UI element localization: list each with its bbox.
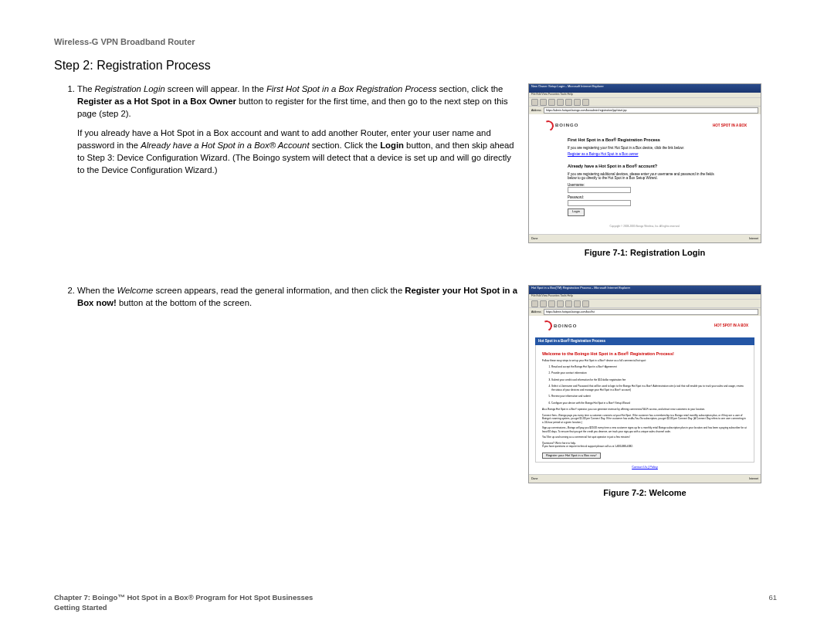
t: button at the bottom of the screen. [117, 298, 252, 307]
figure-2-caption: Figure 7-2: Welcome [528, 488, 761, 497]
figure-2-screenshot: Hot Spot in a Box(TM) Registration Proce… [528, 285, 761, 483]
list-item-2: When the Welcome screen appears, read th… [77, 285, 517, 310]
t: section. Click the [310, 141, 381, 150]
hotspot-logo-2: HOT SPOT IN A BOX [714, 324, 748, 328]
username-input[interactable] [568, 187, 631, 193]
row-step1: The Registration Login screen will appea… [54, 83, 780, 257]
figure-1-screenshot: New Owner Setup Login - Microsoft Intern… [528, 83, 761, 243]
fig1-content: BOINGO HOT SPOT IN A BOX First Hot Spot … [529, 114, 761, 234]
footer-section: Getting Started [54, 603, 107, 612]
step-list-2: When the Welcome screen appears, read th… [54, 285, 517, 310]
list-item-1: The Registration Login screen will appea… [77, 83, 517, 120]
welcome-step: Submit your credit card information for … [551, 378, 748, 381]
t: Registration Login [95, 84, 165, 93]
bluebar-heading: Hot Spot in a Box® Registration Process [535, 337, 754, 344]
address-input-2[interactable] [544, 309, 758, 315]
t: Welcome [117, 286, 154, 295]
text-col-2: When the Welcome screen appears, read th… [54, 285, 517, 313]
t: Login [380, 141, 404, 150]
register-now-button[interactable]: Register your Hot Spot in a Box now! [542, 452, 601, 459]
t: When the [77, 286, 117, 295]
t: Already have a Hot Spot in a Box® Accoun… [141, 141, 309, 150]
browser-statusbar-2: DoneInternet [529, 474, 761, 483]
t: screen appears, read the general informa… [153, 286, 405, 295]
welcome-step: Read and accept the Boingo Hot Spot in a… [551, 365, 748, 368]
brand-row: BOINGO HOT SPOT IN A BOX [537, 120, 753, 131]
boingo-logo-2: BOINGO [541, 320, 577, 331]
brand-row-2: BOINGO HOT SPOT IN A BOX [535, 320, 754, 331]
contact-link[interactable]: Contact Us | Policy [535, 466, 754, 469]
hotspot-logo: HOT SPOT IN A BOX [713, 124, 747, 128]
status-right: Internet [749, 237, 758, 240]
footer-chapter: Chapter 7: Boingo™ Hot Spot in a Box® Pr… [54, 593, 313, 602]
figure-2-col: Hot Spot in a Box(TM) Registration Proce… [528, 285, 761, 497]
welcome-p6: Questions? We're here to help. If you ha… [542, 442, 748, 449]
page-number: 61 [768, 593, 777, 613]
t: section, click the [436, 84, 503, 93]
browser-titlebar: New Owner Setup Login - Microsoft Intern… [529, 84, 761, 93]
hd-first: First Hot Spot in a Box® Registration Pr… [568, 137, 722, 143]
welcome-p3: Connect fees - Boingo pays you every tim… [542, 414, 748, 424]
row-step2: When the Welcome screen appears, read th… [54, 285, 780, 497]
fig2-content: BOINGO HOT SPOT IN A BOX Hot Spot in a B… [529, 316, 761, 474]
page-footer: Chapter 7: Boingo™ Hot Spot in a Box® Pr… [54, 593, 780, 613]
t: screen will appear. In the [165, 84, 266, 93]
figure-1-caption: Figure 7-1: Registration Login [528, 248, 761, 257]
password-input[interactable] [568, 200, 631, 206]
welcome-step: Review your information and submit [551, 395, 748, 398]
step-list-1: The Registration Login screen will appea… [54, 83, 517, 120]
browser-toolbar-2 [529, 299, 761, 308]
welcome-p2: As a Boingo Hot Spot in a Box® operator,… [542, 408, 748, 411]
login-button[interactable]: Login [568, 208, 585, 216]
welcome-step: Select a Username and Password that will… [551, 385, 748, 391]
figure-1-col: New Owner Setup Login - Microsoft Intern… [528, 83, 761, 257]
browser-titlebar-2: Hot Spot in a Box(TM) Registration Proce… [529, 286, 761, 294]
t: Register as a Hot Spot in a Box Owner [77, 97, 236, 106]
product-header: Wireless-G VPN Broadband Router [54, 37, 780, 46]
welcome-steps-list: Read and accept the Boingo Hot Spot in a… [542, 365, 748, 405]
swirl-icon [541, 119, 555, 133]
welcome-heading: Welcome to the Boingo Hot Spot in a Box®… [542, 351, 748, 357]
browser-statusbar: DoneInternet [529, 234, 761, 242]
welcome-step: Configure your device with the Boingo Ho… [551, 402, 748, 405]
footer-left: Chapter 7: Boingo™ Hot Spot in a Box® Pr… [54, 593, 313, 613]
boingo-logo: BOINGO [543, 120, 578, 131]
addr-label-2: Address [531, 310, 541, 314]
register-link[interactable]: Register as a Boingo Hot Spot in a Box o… [568, 152, 722, 156]
browser-addressbar: Address [529, 107, 761, 114]
welcome-intro: Follow these easy steps to set up your H… [542, 359, 748, 362]
addr-label: Address [531, 109, 541, 112]
t: The [77, 84, 95, 93]
welcome-p5: You'll be up and running as a commercial… [542, 436, 748, 439]
browser-addressbar-2: Address [529, 308, 761, 316]
brand-text: BOINGO [555, 123, 578, 128]
address-input[interactable] [544, 107, 758, 114]
brand-text-2: BOINGO [554, 324, 577, 329]
status-right-2: Internet [749, 477, 758, 480]
para-existing-account: If you already have a Hot Spot in a Box … [77, 127, 517, 176]
welcome-step: Provide your contact information [551, 371, 748, 375]
copyright-line: Copyright © 2003-2005 Boingo Wireless, I… [537, 225, 753, 229]
welcome-p4: Sign-up commissions - Boingo will pay yo… [542, 426, 748, 433]
status-left-2: Done [531, 477, 537, 480]
browser-toolbar [529, 97, 761, 107]
text-col-1: The Registration Login screen will appea… [54, 83, 517, 177]
txt-first: If you are registering your first Hot Sp… [568, 146, 722, 150]
txt-already: If you are registering additional device… [568, 172, 722, 181]
hd-already: Already have a Hot Spot in a Box® accoun… [568, 164, 722, 169]
t: First Hot Spot in a Box Registration Pro… [266, 84, 436, 93]
step-heading: Step 2: Registration Process [54, 59, 780, 73]
status-left: Done [531, 237, 537, 240]
swirl-icon-2 [540, 319, 554, 333]
